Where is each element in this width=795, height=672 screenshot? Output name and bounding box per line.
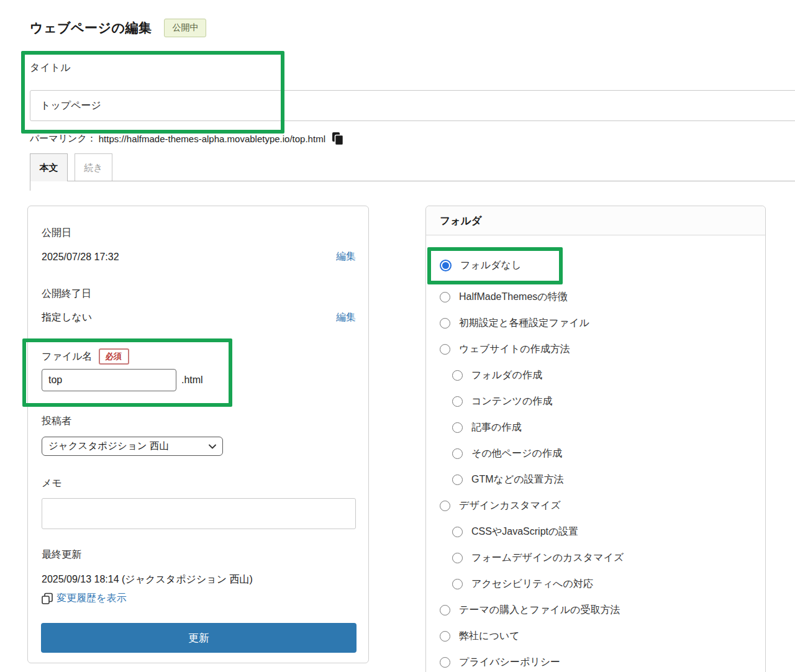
radio-icon[interactable]: [440, 605, 450, 615]
last-updated-label: 最終更新: [42, 548, 81, 561]
radio-icon[interactable]: [440, 260, 452, 271]
folder-panel: フォルダ フォルダなし HalfMadeThemesの特徴 初期設定と各種設定フ…: [425, 206, 766, 672]
required-badge: 必須: [99, 348, 129, 365]
folder-item-label: 初期設定と各種設定ファイル: [459, 317, 589, 330]
tab-extended[interactable]: 続き: [75, 153, 112, 181]
radio-icon[interactable]: [452, 474, 463, 485]
radio-icon[interactable]: [452, 422, 463, 433]
title-input[interactable]: [30, 90, 795, 121]
metadata-panel: 公開日 2025/07/28 17:32 編集 公開終了日 指定しない 編集 フ…: [27, 206, 369, 663]
folder-radio-item[interactable]: CSSやJavaScriptの設置: [426, 519, 765, 545]
unpublish-date-label: 公開終了日: [42, 288, 91, 301]
folder-radio-item[interactable]: 初期設定と各種設定ファイル: [426, 310, 765, 336]
folder-item-label: GTMなどの設置方法: [471, 473, 564, 486]
radio-icon[interactable]: [452, 370, 463, 381]
folder-radio-item[interactable]: その他ページの作成: [426, 440, 765, 466]
memo-input[interactable]: [42, 498, 356, 529]
folder-item-label: アクセシビリティへの対応: [471, 578, 593, 591]
history-link[interactable]: 変更履歴を表示: [57, 592, 126, 605]
unpublish-date-edit-link[interactable]: 編集: [336, 311, 356, 324]
folder-panel-title: フォルダ: [426, 206, 765, 235]
page-title: ウェブページの編集: [30, 19, 152, 37]
folder-item-label: HalfMadeThemesの特徴: [459, 291, 568, 304]
radio-icon[interactable]: [452, 527, 463, 537]
filename-label: ファイル名: [42, 351, 93, 361]
folder-radio-item[interactable]: コンテンツの作成: [426, 388, 765, 414]
folder-list: フォルダなし HalfMadeThemesの特徴 初期設定と各種設定ファイル ウ…: [426, 235, 765, 672]
filename-suffix: .html: [181, 375, 203, 386]
folder-item-label: テーマの購入とファイルの受取方法: [459, 604, 620, 617]
radio-icon[interactable]: [452, 396, 463, 407]
folder-radio-item[interactable]: テーマの購入とファイルの受取方法: [426, 597, 765, 623]
folder-radio-item[interactable]: 記事の作成: [426, 414, 765, 440]
folder-item-label: フォルダの作成: [471, 369, 542, 382]
folder-radio-item[interactable]: GTMなどの設置方法: [426, 466, 765, 493]
publish-date-value: 2025/07/28 17:32: [42, 252, 119, 263]
title-field-label: タイトル: [30, 61, 71, 75]
permalink-label: パーマリンク：: [30, 133, 96, 145]
tab-body[interactable]: 本文: [30, 153, 68, 181]
folder-item-label: コンテンツの作成: [471, 395, 552, 408]
author-label: 投稿者: [42, 415, 71, 428]
folder-item-label: デザインカスタマイズ: [459, 499, 561, 512]
history-icon: [42, 593, 53, 604]
folder-radio-item[interactable]: ウェブサイトの作成方法: [426, 336, 765, 362]
update-button[interactable]: 更新: [41, 623, 357, 653]
folder-radio-item[interactable]: フォルダの作成: [426, 362, 765, 388]
editor-content-border: [30, 181, 795, 191]
publish-date-label: 公開日: [42, 227, 71, 240]
radio-icon[interactable]: [452, 448, 463, 459]
folder-item-label: ウェブサイトの作成方法: [459, 343, 570, 356]
radio-icon[interactable]: [440, 344, 450, 355]
radio-icon[interactable]: [440, 501, 450, 511]
folder-radio-item[interactable]: フォームデザインのカスタマイズ: [426, 545, 765, 571]
folder-item-label: CSSやJavaScriptの設置: [471, 525, 578, 538]
folder-radio-item[interactable]: 弊社について: [426, 623, 765, 649]
editor-tabs: 本文 続き: [30, 153, 112, 181]
unpublish-date-value: 指定しない: [42, 311, 92, 324]
folder-radio-item[interactable]: プライバシーポリシー: [426, 649, 765, 672]
radio-icon[interactable]: [452, 579, 463, 589]
folder-radio-item[interactable]: HalfMadeThemesの特徴: [426, 284, 765, 310]
radio-icon[interactable]: [440, 292, 450, 302]
folder-radio-item[interactable]: アクセシビリティへの対応: [426, 571, 765, 597]
page-header: ウェブページの編集 公開中: [30, 19, 206, 37]
memo-label: メモ: [42, 477, 62, 490]
folder-item-label: プライバシーポリシー: [459, 656, 560, 669]
permalink: パーマリンク： https://halfmade-themes-alpha.mo…: [30, 132, 343, 145]
chevron-down-icon: [209, 444, 216, 449]
radio-icon[interactable]: [440, 657, 450, 668]
folder-item-label: 弊社について: [459, 630, 520, 643]
publish-date-edit-link[interactable]: 編集: [336, 250, 356, 263]
filename-input[interactable]: [42, 369, 176, 391]
last-updated-value: 2025/09/13 18:14 (ジャクスタポジション 西山): [42, 573, 253, 586]
folder-item-label: その他ページの作成: [471, 447, 562, 460]
permalink-url: https://halfmade-themes-alpha.movabletyp…: [99, 134, 325, 144]
folder-item-label: フォルダなし: [460, 259, 521, 272]
folder-radio-item[interactable]: フォルダなし: [426, 252, 765, 278]
author-select-value: ジャクスタポジション 西山: [48, 440, 209, 453]
status-badge: 公開中: [164, 19, 206, 37]
radio-icon[interactable]: [440, 631, 450, 642]
folder-item-label: フォームデザインのカスタマイズ: [471, 552, 624, 565]
author-select[interactable]: ジャクスタポジション 西山: [42, 437, 223, 456]
copy-permalink-icon[interactable]: [332, 132, 343, 145]
folder-radio-item[interactable]: デザインカスタマイズ: [426, 493, 765, 519]
radio-icon[interactable]: [440, 318, 450, 329]
radio-icon[interactable]: [452, 553, 463, 563]
folder-item-label: 記事の作成: [471, 421, 521, 434]
